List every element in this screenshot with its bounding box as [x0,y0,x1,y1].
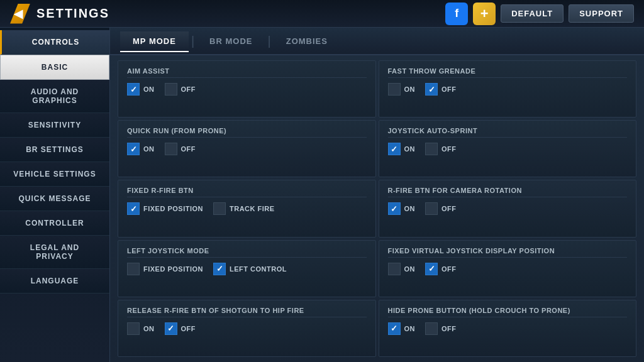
hide-prone-label: HIDE PRONE BUTTON (HOLD CROUCH TO PRONE) [388,307,628,317]
fixed-rfire-label: FIXED R-FIRE BTN [127,187,367,197]
left-joystick-control-checkbox[interactable] [213,263,226,275]
joystick-sprint-on-label: ON [404,145,416,153]
aim-assist-on-checkbox[interactable] [127,83,140,96]
left-joystick-fixed-checkbox[interactable] [127,263,140,275]
fast-throw-on-checkbox[interactable] [388,83,401,96]
fixed-rfire-fixed-checkbox[interactable] [127,202,140,215]
plus-button[interactable]: + [473,3,496,25]
left-joystick-options: FIXED POSITION LEFT CONTROL [127,263,367,275]
rfire-camera-off[interactable]: OFF [425,202,457,215]
default-button[interactable]: DEFAULT [501,4,564,23]
fast-throw-off[interactable]: OFF [425,83,457,96]
setting-fixed-virtual: FIXED VIRTUAL JOYSTICK DISPLAY POSITION … [379,240,637,297]
sidebar-item-audio[interactable]: AUDIO AND GRAPHICS [0,80,109,113]
release-rfire-off-checkbox[interactable] [165,322,177,335]
fast-throw-label: FAST THROW GRENADE [388,67,628,78]
quick-run-on[interactable]: ON [127,143,155,155]
quick-run-options: ON OFF [127,143,367,155]
sidebar-item-br-settings[interactable]: BR SETTINGS [0,138,109,162]
support-button[interactable]: SUPPORT [569,4,634,23]
rfire-camera-on[interactable]: ON [388,202,416,215]
left-joystick-label: LEFT JOYSTICK MODE [127,247,367,258]
quick-run-off-label: OFF [181,145,196,153]
left-joystick-control[interactable]: LEFT CONTROL [213,263,287,275]
fixed-rfire-options: FIXED POSITION TRACK FIRE [127,202,367,215]
quick-run-on-checkbox[interactable] [127,143,140,155]
hide-prone-off[interactable]: OFF [425,322,457,335]
sidebar-item-basic[interactable]: BASIC [0,55,109,80]
fixed-rfire-track-checkbox[interactable] [213,202,226,215]
hide-prone-on-label: ON [404,325,416,332]
joystick-sprint-off-checkbox[interactable] [425,143,438,155]
quick-run-off-checkbox[interactable] [165,143,177,155]
fast-throw-on[interactable]: ON [388,83,416,96]
hide-prone-off-checkbox[interactable] [425,322,438,335]
sidebar-item-sensitivity[interactable]: SENSITIVITY [0,113,109,138]
release-rfire-on-checkbox[interactable] [127,322,140,335]
fixed-rfire-fixed-label: FIXED POSITION [143,205,203,212]
quick-run-on-label: ON [143,145,155,153]
release-rfire-label: RELEASE R-FIRE BTN OF SHOTGUN TO HIP FIR… [127,307,367,317]
facebook-button[interactable]: f [445,3,468,25]
main-layout: CONTROLS BASIC AUDIO AND GRAPHICS SENSIT… [0,28,644,362]
release-rfire-off-label: OFF [181,325,196,332]
joystick-sprint-options: ON OFF [388,143,628,155]
sidebar-item-vehicle[interactable]: VEHICLE SETTINGS [0,162,109,187]
left-joystick-control-label: LEFT CONTROL [230,265,287,273]
setting-rfire-camera: R-FIRE BTN FOR CAMERA ROTATION ON OFF [379,180,637,237]
sidebar-item-controls[interactable]: CONTROLS [0,30,109,55]
joystick-sprint-on[interactable]: ON [388,143,416,155]
settings-grid: AIM ASSIST ON OFF FAST THROW GRENADE [110,55,644,362]
quick-run-label: QUICK RUN (FROM PRONE) [127,127,367,138]
tab-zombies[interactable]: ZOMBIES [274,31,340,52]
release-rfire-on[interactable]: ON [127,322,155,335]
fixed-virtual-on[interactable]: ON [388,263,416,275]
aim-assist-on[interactable]: ON [127,83,155,96]
fixed-virtual-off-checkbox[interactable] [425,263,438,275]
aim-assist-label: AIM ASSIST [127,67,367,78]
tab-divider-1: | [191,34,194,48]
release-rfire-off[interactable]: OFF [165,322,196,335]
setting-left-joystick: LEFT JOYSTICK MODE FIXED POSITION LEFT C… [118,240,376,297]
joystick-sprint-off[interactable]: OFF [425,143,457,155]
fixed-virtual-options: ON OFF [388,263,628,275]
hide-prone-off-label: OFF [441,325,457,332]
fixed-virtual-off[interactable]: OFF [425,263,457,275]
fixed-rfire-track-label: TRACK FIRE [230,205,275,212]
fixed-virtual-on-checkbox[interactable] [388,263,401,275]
hide-prone-on[interactable]: ON [388,322,416,335]
setting-fixed-rfire: FIXED R-FIRE BTN FIXED POSITION TRACK FI… [118,180,376,237]
joystick-sprint-off-label: OFF [441,145,457,153]
mode-tabs: MP MODE | BR MODE | ZOMBIES [110,28,644,55]
hide-prone-on-checkbox[interactable] [388,322,401,335]
setting-fast-throw: FAST THROW GRENADE ON OFF [379,60,637,118]
fast-throw-off-checkbox[interactable] [425,83,438,96]
aim-assist-off[interactable]: OFF [165,83,196,96]
sidebar-item-controller[interactable]: CONTROLLER [0,211,109,236]
fixed-virtual-off-label: OFF [441,265,457,273]
fixed-rfire-track[interactable]: TRACK FIRE [213,202,275,215]
aim-assist-off-checkbox[interactable] [165,83,177,96]
sidebar-item-language[interactable]: LANGUAGE [0,269,109,293]
header-actions: f + DEFAULT SUPPORT [445,3,634,25]
rfire-camera-off-label: OFF [441,205,457,212]
left-joystick-fixed-label: FIXED POSITION [143,265,203,273]
setting-hide-prone: HIDE PRONE BUTTON (HOLD CROUCH TO PRONE)… [379,300,637,357]
left-joystick-fixed[interactable]: FIXED POSITION [127,263,203,275]
fixed-virtual-on-label: ON [404,265,416,273]
header: ◀ SETTINGS f + DEFAULT SUPPORT [0,0,644,28]
aim-assist-on-label: ON [143,85,155,93]
fixed-rfire-fixed[interactable]: FIXED POSITION [127,202,203,215]
sidebar-item-quick-message[interactable]: QUICK MESSAGE [0,187,109,211]
fast-throw-options: ON OFF [388,83,628,96]
content-area: MP MODE | BR MODE | ZOMBIES AIM ASSIST O… [110,28,644,362]
joystick-sprint-on-checkbox[interactable] [388,143,401,155]
quick-run-off[interactable]: OFF [165,143,196,155]
tab-mp-mode[interactable]: MP MODE [120,31,189,52]
back-button[interactable]: ◀ [10,4,30,24]
sidebar-item-legal[interactable]: LEGAL AND PRIVACY [0,236,109,269]
tab-br-mode[interactable]: BR MODE [197,31,265,52]
rfire-camera-on-label: ON [404,205,416,212]
rfire-camera-off-checkbox[interactable] [425,202,438,215]
rfire-camera-on-checkbox[interactable] [388,202,401,215]
